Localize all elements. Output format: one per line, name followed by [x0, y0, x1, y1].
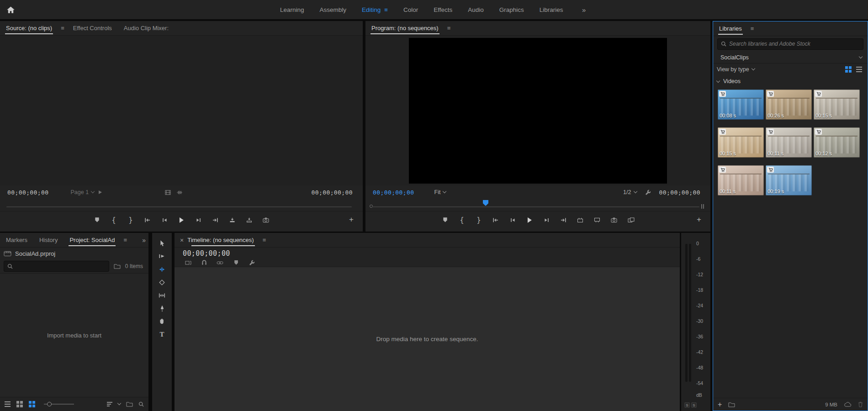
mark-in-icon[interactable]: { [458, 216, 466, 224]
tab-markers[interactable]: Markers [0, 233, 33, 248]
library-video-thumb[interactable]: 00:15 s [814, 90, 860, 120]
add-marker-icon[interactable] [233, 259, 239, 266]
selection-tool[interactable] [158, 239, 167, 247]
play-icon[interactable] [178, 216, 185, 224]
goto-in-icon[interactable] [144, 216, 152, 224]
timeline-timecode[interactable]: 00;00;00;00 [183, 249, 230, 258]
program-scrubber[interactable] [365, 199, 710, 211]
settings-wrench-icon[interactable] [645, 190, 651, 195]
solo-left-button[interactable]: S [684, 402, 690, 408]
mark-out-icon[interactable]: } [475, 216, 483, 224]
ripple-edit-tool[interactable] [158, 265, 167, 273]
find-icon[interactable] [138, 401, 144, 407]
cart-icon[interactable] [719, 91, 726, 97]
new-bin-icon[interactable] [126, 401, 133, 407]
resolution-dropdown[interactable]: 1/2 [623, 189, 636, 195]
workspace-tab-color[interactable]: Color [396, 6, 426, 13]
workspace-tab-graphics[interactable]: Graphics [492, 6, 532, 13]
tab-timeline[interactable]: Timeline: (no sequences) [186, 233, 259, 248]
razor-tool[interactable] [158, 279, 167, 286]
add-library-item-icon[interactable]: + [718, 400, 722, 409]
grid-view-icon[interactable] [845, 66, 852, 73]
program-timecode[interactable]: 00;00;00;00 [373, 189, 414, 196]
tab-libraries[interactable]: Libraries [713, 21, 748, 36]
project-media-area[interactable]: Import media to start [0, 273, 148, 397]
workspace-tab-effects[interactable]: Effects [426, 6, 460, 13]
play-icon[interactable] [526, 216, 534, 224]
view-by-dropdown[interactable]: View by type [717, 66, 755, 73]
add-marker-icon[interactable] [441, 216, 449, 224]
export-frame-icon[interactable] [610, 216, 618, 224]
track-select-tool[interactable] [158, 253, 167, 260]
folder-icon[interactable] [728, 402, 735, 407]
mark-in-icon[interactable]: { [110, 216, 118, 224]
panel-menu-icon[interactable]: ≡ [58, 25, 67, 32]
tab-source[interactable]: Source: (no clips) [0, 21, 58, 36]
cloud-sync-icon[interactable] [844, 402, 852, 407]
comparison-view-icon[interactable] [627, 216, 635, 224]
cart-icon[interactable] [767, 91, 774, 97]
snap-icon[interactable] [201, 259, 207, 266]
goto-in-icon[interactable] [492, 216, 500, 224]
tab-history[interactable]: History [33, 233, 64, 248]
overwrite-icon[interactable] [245, 216, 253, 224]
goto-out-icon[interactable] [212, 216, 219, 224]
pen-tool[interactable] [158, 305, 167, 312]
thumbnail-zoom-slider[interactable] [44, 404, 74, 405]
drag-audio-icon[interactable] [176, 190, 182, 195]
videos-section-header[interactable]: Videos [713, 75, 868, 87]
drag-video-icon[interactable] [165, 190, 171, 195]
workspace-menu-icon[interactable]: ≡ [384, 6, 388, 13]
library-video-thumb[interactable]: 00:11 s [718, 165, 764, 195]
workspace-tab-assembly[interactable]: Assembly [312, 6, 355, 13]
zoom-slider-knob[interactable] [47, 402, 52, 406]
mark-out-icon[interactable]: } [127, 216, 135, 224]
library-video-thumb[interactable]: 00:19 s [766, 165, 812, 195]
page-play-icon[interactable] [99, 190, 102, 194]
step-forward-icon[interactable] [543, 216, 550, 224]
workspace-tab-learning[interactable]: Learning [272, 6, 312, 13]
cart-icon[interactable] [815, 129, 822, 135]
source-scrubber[interactable] [0, 199, 363, 211]
tab-audio-clip-mixer[interactable]: Audio Clip Mixer: [118, 21, 175, 36]
goto-out-icon[interactable] [560, 216, 567, 224]
library-video-thumb[interactable]: 00:12 s [814, 127, 860, 158]
panel-menu-icon[interactable]: ≡ [260, 237, 269, 243]
workspace-tab-editing[interactable]: Editing≡ [354, 6, 396, 13]
solo-right-button[interactable]: S [691, 402, 697, 408]
panel-menu-icon[interactable]: ≡ [445, 25, 454, 32]
cart-icon[interactable] [767, 167, 774, 173]
button-editor-icon[interactable]: + [349, 215, 354, 224]
scrubber-track[interactable] [372, 206, 699, 207]
trash-icon[interactable] [858, 401, 863, 407]
tab-overflow-icon[interactable]: » [142, 233, 146, 248]
step-back-icon[interactable] [161, 216, 169, 224]
lift-icon[interactable] [577, 216, 584, 224]
scrubber-end-handle[interactable] [701, 204, 704, 209]
library-selector[interactable]: SocialClips [713, 52, 868, 63]
scrubber-track[interactable] [6, 206, 352, 207]
type-tool[interactable]: T [158, 331, 167, 338]
chevron-down-icon[interactable] [117, 401, 121, 405]
library-video-thumb[interactable]: 00:15 s [718, 127, 764, 158]
library-video-thumb[interactable]: 00:08 s [718, 90, 764, 120]
cart-icon[interactable] [719, 129, 726, 135]
insert-icon[interactable] [228, 216, 236, 224]
project-file-row[interactable]: SocialAd.prproj [0, 248, 148, 259]
export-frame-icon[interactable] [262, 216, 270, 224]
project-search-input[interactable] [16, 263, 106, 269]
cart-icon[interactable] [767, 129, 774, 135]
cart-icon[interactable] [719, 167, 726, 173]
library-video-thumb[interactable]: 00:26 s [766, 90, 812, 120]
home-icon[interactable] [6, 6, 15, 14]
fit-dropdown[interactable]: Fit [434, 189, 446, 195]
source-timecode[interactable]: 00;00;00;00 [7, 189, 49, 196]
extract-icon[interactable] [593, 216, 601, 224]
project-searchbox[interactable] [4, 261, 109, 272]
workspace-tab-libraries[interactable]: Libraries [532, 6, 571, 13]
tab-effect-controls[interactable]: Effect Controls [67, 21, 118, 36]
freeform-view-icon[interactable] [29, 401, 35, 407]
cart-icon[interactable] [815, 91, 822, 97]
playhead-marker[interactable] [483, 200, 488, 206]
timeline-settings-icon[interactable] [249, 259, 255, 266]
